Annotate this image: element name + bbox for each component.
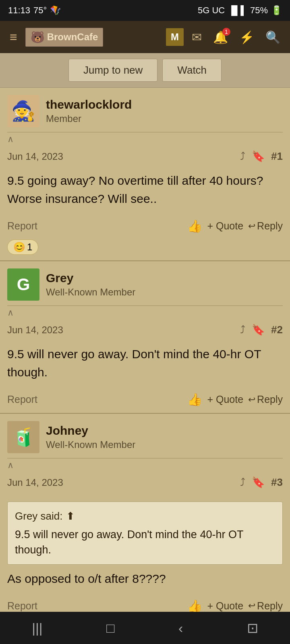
post-2-content: 9.5 will never go away. Don't mind the 4… bbox=[0, 340, 290, 389]
post-1-reaction-count: 1 bbox=[27, 242, 32, 253]
post-3-like[interactable]: 👍 bbox=[187, 599, 202, 613]
bottom-nav-home[interactable]: □ bbox=[106, 620, 115, 636]
post-2-role: Well-Known Member bbox=[46, 287, 135, 298]
search-icon[interactable]: 🔍 bbox=[262, 29, 284, 46]
mail-icon[interactable]: ✉ bbox=[188, 29, 205, 46]
post-3-content: Grey said: ⬆ 9.5 will never go away. Don… bbox=[0, 493, 290, 596]
post-2-bookmark-icon[interactable]: 🔖 bbox=[252, 324, 265, 336]
bottom-nav-recent[interactable]: ⊡ bbox=[247, 620, 258, 636]
post-1-reply[interactable]: ↩ Reply bbox=[248, 220, 283, 232]
post-1-number: #1 bbox=[271, 150, 283, 163]
post-3-number: #3 bbox=[271, 476, 283, 489]
post-3-quote-block: Grey said: ⬆ 9.5 will never go away. Don… bbox=[7, 502, 283, 565]
post-2-icons: ⤴ 🔖 #2 bbox=[240, 324, 283, 336]
post-1-reply-arrow: ↩ bbox=[248, 221, 255, 231]
post-3-nav-indicator: ∧ bbox=[0, 458, 290, 472]
temperature: 75° bbox=[33, 5, 47, 16]
signal-icon: ▐▌▌ bbox=[228, 5, 247, 16]
post-2-reply[interactable]: ↩ Reply bbox=[248, 394, 283, 405]
battery-icon: 🔋 bbox=[271, 5, 282, 16]
post-1-share-icon[interactable]: ⤴ bbox=[240, 150, 245, 163]
hamburger-menu[interactable]: ≡ bbox=[6, 28, 21, 46]
post-1-bookmark-icon[interactable]: 🔖 bbox=[252, 150, 265, 163]
notification-badge: 1 bbox=[222, 28, 230, 36]
post-2-avatar: G bbox=[7, 268, 39, 301]
nav-bar: ≡ 🐻 BrownCafe M ✉ 🔔 1 ⚡ 🔍 bbox=[0, 21, 290, 53]
post-2-report[interactable]: Report bbox=[7, 394, 37, 405]
post-2-user-header: G Grey Well-Known Member bbox=[0, 261, 290, 305]
post-3-quote-btn[interactable]: + Quote bbox=[207, 600, 243, 612]
post-3-quote-icon: ⬆ bbox=[66, 508, 75, 524]
post-2-meta: Jun 14, 2023 ⤴ 🔖 #2 bbox=[0, 320, 290, 340]
post-1-user-header: 🧙 thewarlocklord Member bbox=[0, 88, 290, 132]
post-3-main-content: As opposed to o/t after 8???? bbox=[7, 570, 283, 588]
time: 11:13 bbox=[8, 5, 30, 16]
post-1-content: 9.5 going away? No overtime till after 4… bbox=[0, 167, 290, 216]
post-2-date: Jun 14, 2023 bbox=[7, 324, 237, 336]
post-3-user-info: Johney Well-Known Member bbox=[46, 424, 135, 450]
post-3-avatar: 🧃 bbox=[7, 421, 39, 453]
post-3-user-header: 🧃 Johney Well-Known Member bbox=[0, 414, 290, 458]
post-2-number: #2 bbox=[271, 324, 283, 336]
post-1-icons: ⤴ 🔖 #1 bbox=[240, 150, 283, 163]
post-2-reply-label: Reply bbox=[257, 394, 283, 405]
post-3-share-icon[interactable]: ⤴ bbox=[240, 476, 245, 489]
post-1-username[interactable]: thewarlocklord bbox=[46, 98, 132, 111]
bottom-nav: ||| □ ‹ ⊡ bbox=[0, 612, 290, 644]
post-1-user-info: thewarlocklord Member bbox=[46, 98, 132, 124]
post-2-share-icon[interactable]: ⤴ bbox=[240, 324, 245, 336]
post-1-reaction-emoji: 😊 bbox=[13, 242, 25, 253]
post-2-reply-arrow: ↩ bbox=[248, 394, 255, 405]
post-1-quote[interactable]: + Quote bbox=[207, 220, 243, 232]
network-type: 5G UC bbox=[198, 5, 225, 16]
post-3-icons: ⤴ 🔖 #3 bbox=[240, 476, 283, 489]
watch-button[interactable]: Watch bbox=[162, 59, 222, 82]
post-3-quote-author: Grey said: ⬆ bbox=[15, 508, 275, 524]
user-menu-button[interactable]: M bbox=[166, 28, 184, 46]
post-1-meta: Jun 14, 2023 ⤴ 🔖 #1 bbox=[0, 146, 290, 167]
post-2: G Grey Well-Known Member ∧ Jun 14, 2023 … bbox=[0, 261, 290, 414]
post-1-role: Member bbox=[46, 113, 132, 124]
bottom-nav-menu[interactable]: ||| bbox=[32, 620, 43, 636]
post-1-actions: Report 👍 + Quote ↩ Reply bbox=[0, 216, 290, 239]
post-2-like[interactable]: 👍 bbox=[187, 392, 202, 407]
post-3: 🧃 Johney Well-Known Member ∧ Jun 14, 202… bbox=[0, 414, 290, 644]
bottom-nav-back[interactable]: ‹ bbox=[178, 620, 183, 636]
logo-text: BrownCafe bbox=[47, 31, 98, 43]
post-2-user-info: Grey Well-Known Member bbox=[46, 271, 135, 298]
post-1-report[interactable]: Report bbox=[7, 220, 37, 232]
post-3-report[interactable]: Report bbox=[7, 600, 37, 612]
jump-to-new-button[interactable]: Jump to new bbox=[68, 59, 157, 82]
post-3-quote-text: 9.5 will never go away. Don't mind the 4… bbox=[15, 527, 275, 558]
post-3-username[interactable]: Johney bbox=[46, 424, 135, 438]
site-logo[interactable]: 🐻 BrownCafe bbox=[25, 28, 104, 47]
post-3-reply[interactable]: ↩ Reply bbox=[248, 600, 283, 612]
post-2-nav-indicator: ∧ bbox=[0, 306, 290, 320]
post-1-reply-label: Reply bbox=[257, 220, 283, 232]
post-1-date: Jun 14, 2023 bbox=[7, 151, 237, 162]
notification-icon[interactable]: 🔔 1 bbox=[210, 29, 231, 46]
post-1: 🧙 thewarlocklord Member ∧ Jun 14, 2023 ⤴… bbox=[0, 88, 290, 261]
post-2-quote[interactable]: + Quote bbox=[207, 394, 243, 405]
post-3-date: Jun 14, 2023 bbox=[7, 477, 237, 488]
post-3-bookmark-icon[interactable]: 🔖 bbox=[252, 476, 265, 489]
action-bar: Jump to new Watch bbox=[0, 53, 290, 88]
battery: 75% bbox=[250, 5, 268, 16]
post-2-username[interactable]: Grey bbox=[46, 271, 135, 285]
post-2-actions: Report 👍 + Quote ↩ Reply bbox=[0, 389, 290, 413]
post-1-avatar: 🧙 bbox=[7, 95, 39, 127]
post-3-reply-arrow: ↩ bbox=[248, 601, 255, 611]
post-3-meta: Jun 14, 2023 ⤴ 🔖 #3 bbox=[0, 472, 290, 493]
status-right: 5G UC ▐▌▌ 75% 🔋 bbox=[198, 5, 282, 16]
post-1-like[interactable]: 👍 bbox=[187, 219, 202, 233]
post-1-reactions[interactable]: 😊 1 bbox=[7, 239, 38, 255]
post-1-nav-indicator: ∧ bbox=[0, 132, 290, 146]
post-3-reply-label: Reply bbox=[257, 600, 283, 612]
lightning-icon[interactable]: ⚡ bbox=[236, 29, 257, 46]
status-bar: 11:13 75° 🪁 5G UC ▐▌▌ 75% 🔋 bbox=[0, 0, 290, 21]
status-left: 11:13 75° 🪁 bbox=[8, 5, 61, 16]
weather-icon: 🪁 bbox=[50, 5, 61, 16]
logo-icon: 🐻 bbox=[31, 31, 45, 44]
post-3-role: Well-Known Member bbox=[46, 439, 135, 450]
